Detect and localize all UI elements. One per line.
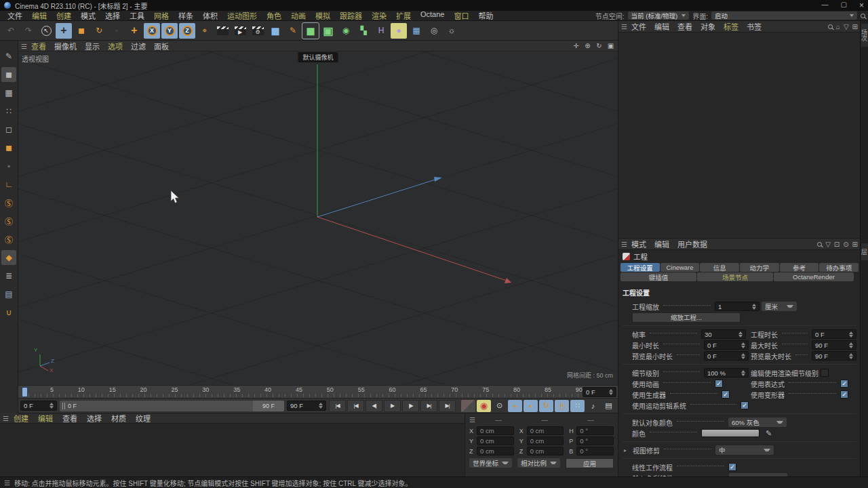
scale-key-toggle[interactable]: ▪ — [524, 400, 538, 412]
tab-scene-nodes[interactable]: 场景节点 — [697, 272, 773, 281]
setting-checkbox[interactable] — [840, 380, 848, 388]
pan-view-icon[interactable]: ✛ — [572, 42, 580, 49]
goto-end-button[interactable]: ▶| — [439, 400, 456, 412]
coordinates-hamburger-icon[interactable] — [469, 416, 475, 424]
menu-simulate[interactable]: 模拟 — [311, 10, 335, 21]
mm-menu-edit[interactable]: 编辑 — [33, 413, 58, 424]
range-start-handle[interactable] — [62, 403, 65, 409]
redo-icon[interactable]: ↷ — [20, 23, 37, 39]
status-hamburger-icon[interactable] — [4, 479, 10, 487]
volume-button[interactable]: ▚ — [355, 23, 372, 39]
tab-dynamics[interactable]: 动力学 — [740, 263, 779, 272]
workplane-icon[interactable]: ∟ — [1, 177, 16, 192]
rotate-view-icon[interactable]: ↻ — [595, 42, 604, 49]
menu-select[interactable]: 选择 — [100, 10, 125, 21]
tab-info[interactable]: 信息 — [700, 263, 739, 272]
dock-edge-tab[interactable]: 场次 — [861, 24, 868, 47]
deformer-button[interactable]: ◉ — [338, 23, 354, 39]
time-field[interactable]: 0 F — [812, 329, 856, 339]
menu-mode[interactable]: 模式 — [76, 10, 100, 21]
viewport-solo-off-icon[interactable]: Ⓢ — [1, 195, 16, 210]
mm-menu-select[interactable]: 选择 — [82, 413, 106, 424]
menu-extensions[interactable]: 扩展 — [391, 10, 416, 21]
linear-workflow-checkbox[interactable] — [728, 463, 736, 471]
model-mode-icon[interactable]: ◼ — [1, 67, 16, 82]
prev-key-button[interactable]: |◀ — [347, 400, 364, 412]
setting-checkbox[interactable] — [741, 401, 749, 409]
viewport-hamburger-icon[interactable] — [21, 42, 27, 50]
camera-button[interactable]: ◎ — [426, 23, 442, 39]
rotation-h-field[interactable]: 0 ° — [576, 426, 614, 435]
solo-button[interactable]: ▤ — [601, 400, 616, 412]
vp-menu-display[interactable]: 显示 — [81, 41, 104, 52]
om-menu-bookmarks[interactable]: 书签 — [743, 21, 766, 32]
menu-help[interactable]: 帮助 — [473, 10, 498, 21]
menu-edit[interactable]: 编辑 — [27, 10, 52, 21]
current-frame-field[interactable]: 0 F — [583, 387, 616, 397]
live-selection-icon[interactable]: ↖ — [38, 23, 54, 39]
om-menu-edit[interactable]: 编辑 — [650, 21, 673, 32]
time-field[interactable]: 90 F — [812, 340, 856, 350]
size-y-field[interactable]: 0 cm — [527, 436, 564, 445]
paint-tool-icon[interactable]: ◆ — [1, 250, 16, 265]
menu-mesh[interactable]: 网格 — [149, 10, 174, 21]
position-x-field[interactable]: 0 cm — [477, 426, 514, 435]
close-button[interactable] — [859, 1, 864, 10]
timeline-playhead[interactable] — [22, 387, 28, 397]
quantize-icon[interactable]: ▤ — [1, 287, 16, 302]
scale-tool-icon[interactable]: ◼ — [73, 23, 90, 39]
prev-frame-button[interactable]: ◀| — [366, 400, 382, 412]
position-key-toggle[interactable]: + — [508, 400, 522, 412]
frame-end-field[interactable]: 90 F — [287, 401, 326, 411]
search-icon[interactable] — [861, 14, 865, 18]
magnet-icon[interactable]: ∪ — [1, 305, 16, 320]
menu-file[interactable]: 文件 — [3, 10, 27, 21]
color-swatch[interactable] — [701, 429, 760, 437]
default-color-dropdown[interactable]: 60% 灰色 — [728, 418, 787, 427]
axis-modify-icon[interactable]: + — [126, 23, 142, 39]
minimize-button[interactable] — [822, 1, 829, 10]
timeline-ruler[interactable]: 051015202530354045505560657075808590 0 F — [18, 385, 618, 399]
menu-mograph[interactable]: 运动图形 — [222, 10, 262, 21]
view-clipping-dropdown[interactable]: 中 — [715, 445, 774, 455]
size-x-field[interactable]: 0 cm — [527, 426, 564, 435]
maximize-button[interactable] — [841, 1, 847, 10]
coordinate-system-dropdown[interactable]: 世界坐标 — [469, 458, 512, 468]
toggle-view-icon[interactable]: ▣ — [606, 42, 615, 49]
viewport-solo-single-icon[interactable]: Ⓢ — [1, 214, 16, 228]
menu-octane[interactable]: Octane — [416, 10, 449, 21]
lock-icon[interactable]: ⊡ — [834, 241, 840, 248]
add-primitive-button[interactable]: ◼ — [267, 23, 283, 39]
parameter-key-toggle[interactable]: Ⓟ — [555, 400, 569, 412]
render-settings-button[interactable]: ⚙ — [250, 23, 266, 39]
light-button[interactable]: ☼ — [443, 23, 460, 39]
vp-menu-view[interactable]: 查看 — [27, 41, 50, 52]
field-button[interactable]: ● — [391, 23, 407, 39]
vp-menu-options[interactable]: 选项 — [104, 41, 127, 52]
generator-button[interactable]: ▣ — [320, 23, 336, 39]
group-title[interactable]: 工程设置 — [623, 287, 856, 298]
eyedropper-icon[interactable]: ✎ — [766, 429, 772, 438]
search-icon[interactable] — [828, 23, 833, 30]
rotate-tool-icon[interactable]: ↻ — [91, 23, 107, 39]
position-y-field[interactable]: 0 cm — [477, 436, 514, 445]
keyframe-color-icon[interactable] — [461, 400, 475, 412]
tab-octane-render[interactable]: OctaneRender — [774, 272, 854, 281]
menu-window[interactable]: 窗口 — [449, 10, 473, 21]
menu-tracker[interactable]: 跟踪器 — [335, 10, 367, 21]
vp-menu-panel[interactable]: 面板 — [150, 41, 173, 52]
move-tool-icon[interactable]: + — [56, 23, 72, 39]
time-field[interactable]: 90 F — [812, 351, 856, 361]
menu-spline[interactable]: 样条 — [174, 10, 198, 21]
simulate-button[interactable]: H — [373, 23, 389, 39]
path-filter-icon[interactable]: ⌂ — [836, 23, 840, 30]
point-mode-icon[interactable]: ∷ — [1, 104, 16, 119]
viewport-canvas[interactable]: 透视视图 默认摄像机 网格间距 : 50 cm Y Z X — [18, 52, 618, 385]
apply-button[interactable]: 应用 — [566, 458, 614, 468]
mm-menu-create[interactable]: 创建 — [9, 413, 33, 424]
filter-icon[interactable]: ▽ — [844, 23, 849, 30]
tab-referencing[interactable]: 参考 — [780, 263, 819, 272]
dolly-view-icon[interactable]: ⊕ — [583, 42, 592, 49]
render-lod-checkbox[interactable] — [821, 369, 829, 377]
tab-cineware[interactable]: Cineware — [660, 263, 700, 272]
